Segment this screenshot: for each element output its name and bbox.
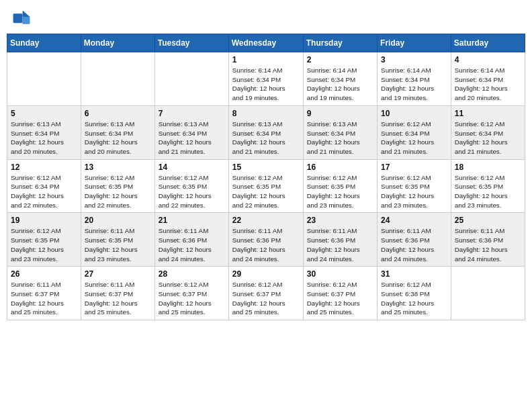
- calendar-cell: [451, 267, 525, 320]
- day-info: Sunrise: 6:12 AMSunset: 6:37 PMDaylight:…: [232, 280, 300, 317]
- day-info: Sunrise: 6:11 AMSunset: 6:37 PMDaylight:…: [85, 280, 151, 317]
- day-header-wednesday: Wednesday: [228, 34, 303, 52]
- calendar-cell: [7, 52, 81, 106]
- day-info: Sunrise: 6:12 AMSunset: 6:35 PMDaylight:…: [455, 173, 521, 210]
- calendar-cell: 16Sunrise: 6:12 AMSunset: 6:35 PMDayligh…: [303, 159, 377, 213]
- calendar-cell: 22Sunrise: 6:11 AMSunset: 6:36 PMDayligh…: [228, 213, 303, 267]
- day-number: 14: [159, 163, 225, 172]
- calendar-cell: 25Sunrise: 6:11 AMSunset: 6:36 PMDayligh…: [451, 213, 525, 267]
- calendar-week-2: 5Sunrise: 6:13 AMSunset: 6:34 PMDaylight…: [7, 105, 525, 159]
- header-row: SundayMondayTuesdayWednesdayThursdayFrid…: [7, 34, 525, 52]
- day-header-thursday: Thursday: [303, 34, 377, 52]
- day-number: 3: [381, 55, 447, 64]
- day-info: Sunrise: 6:12 AMSunset: 6:35 PMDaylight:…: [85, 173, 151, 210]
- day-info: Sunrise: 6:11 AMSunset: 6:36 PMDaylight:…: [159, 226, 225, 263]
- day-info: Sunrise: 6:14 AMSunset: 6:34 PMDaylight:…: [232, 66, 300, 103]
- svg-rect-1: [13, 13, 23, 23]
- day-number: 5: [11, 109, 77, 118]
- day-number: 19: [11, 216, 77, 225]
- svg-marker-2: [23, 11, 30, 17]
- day-number: 10: [381, 109, 447, 118]
- calendar-body: 1Sunrise: 6:14 AMSunset: 6:34 PMDaylight…: [7, 52, 525, 320]
- calendar-cell: 5Sunrise: 6:13 AMSunset: 6:34 PMDaylight…: [7, 105, 81, 159]
- calendar-cell: 2Sunrise: 6:14 AMSunset: 6:34 PMDaylight…: [303, 52, 377, 106]
- calendar-cell: [81, 52, 154, 106]
- calendar-cell: 31Sunrise: 6:12 AMSunset: 6:38 PMDayligh…: [378, 267, 451, 320]
- calendar-cell: 7Sunrise: 6:13 AMSunset: 6:34 PMDaylight…: [154, 105, 228, 159]
- calendar-week-5: 26Sunrise: 6:11 AMSunset: 6:37 PMDayligh…: [7, 267, 525, 320]
- calendar-cell: 3Sunrise: 6:14 AMSunset: 6:34 PMDaylight…: [378, 52, 451, 106]
- day-header-monday: Monday: [81, 34, 154, 52]
- calendar-week-4: 19Sunrise: 6:12 AMSunset: 6:35 PMDayligh…: [7, 213, 525, 267]
- calendar-cell: 6Sunrise: 6:13 AMSunset: 6:34 PMDaylight…: [81, 105, 154, 159]
- calendar-week-3: 12Sunrise: 6:12 AMSunset: 6:34 PMDayligh…: [7, 159, 525, 213]
- calendar-cell: 18Sunrise: 6:12 AMSunset: 6:35 PMDayligh…: [451, 159, 525, 213]
- day-number: 11: [455, 109, 521, 118]
- day-info: Sunrise: 6:11 AMSunset: 6:35 PMDaylight:…: [85, 226, 151, 263]
- logo-icon: [12, 9, 31, 28]
- calendar-cell: 30Sunrise: 6:12 AMSunset: 6:37 PMDayligh…: [303, 267, 377, 320]
- day-header-tuesday: Tuesday: [154, 34, 228, 52]
- day-header-friday: Friday: [378, 34, 451, 52]
- calendar-cell: 12Sunrise: 6:12 AMSunset: 6:34 PMDayligh…: [7, 159, 81, 213]
- day-info: Sunrise: 6:12 AMSunset: 6:35 PMDaylight:…: [381, 173, 447, 210]
- day-number: 20: [85, 216, 151, 225]
- day-number: 1: [232, 55, 300, 64]
- calendar-cell: 4Sunrise: 6:14 AMSunset: 6:34 PMDaylight…: [451, 52, 525, 106]
- calendar-cell: 17Sunrise: 6:12 AMSunset: 6:35 PMDayligh…: [378, 159, 451, 213]
- calendar-week-1: 1Sunrise: 6:14 AMSunset: 6:34 PMDaylight…: [7, 52, 525, 106]
- day-info: Sunrise: 6:12 AMSunset: 6:34 PMDaylight:…: [381, 120, 447, 156]
- day-number: 18: [455, 163, 521, 172]
- calendar-cell: 27Sunrise: 6:11 AMSunset: 6:37 PMDayligh…: [81, 267, 154, 320]
- calendar-cell: [154, 52, 228, 106]
- calendar-cell: 8Sunrise: 6:13 AMSunset: 6:34 PMDaylight…: [228, 105, 303, 159]
- day-info: Sunrise: 6:13 AMSunset: 6:34 PMDaylight:…: [232, 120, 300, 156]
- day-header-saturday: Saturday: [451, 34, 525, 52]
- day-info: Sunrise: 6:11 AMSunset: 6:37 PMDaylight:…: [11, 280, 77, 317]
- calendar-cell: 9Sunrise: 6:13 AMSunset: 6:34 PMDaylight…: [303, 105, 377, 159]
- page: SundayMondayTuesdayWednesdayThursdayFrid…: [0, 0, 532, 411]
- day-info: Sunrise: 6:13 AMSunset: 6:34 PMDaylight:…: [159, 120, 225, 156]
- calendar-cell: 24Sunrise: 6:11 AMSunset: 6:36 PMDayligh…: [378, 213, 451, 267]
- calendar-cell: 20Sunrise: 6:11 AMSunset: 6:35 PMDayligh…: [81, 213, 154, 267]
- day-info: Sunrise: 6:12 AMSunset: 6:35 PMDaylight:…: [159, 173, 225, 210]
- calendar-cell: 29Sunrise: 6:12 AMSunset: 6:37 PMDayligh…: [228, 267, 303, 320]
- day-info: Sunrise: 6:13 AMSunset: 6:34 PMDaylight:…: [307, 120, 373, 156]
- day-number: 26: [11, 269, 77, 279]
- day-info: Sunrise: 6:12 AMSunset: 6:34 PMDaylight:…: [455, 120, 521, 156]
- day-number: 4: [455, 55, 521, 64]
- day-info: Sunrise: 6:12 AMSunset: 6:35 PMDaylight:…: [307, 173, 373, 210]
- day-number: 29: [232, 269, 300, 279]
- day-number: 25: [455, 216, 521, 225]
- day-number: 15: [232, 163, 300, 172]
- day-number: 9: [307, 109, 373, 118]
- day-info: Sunrise: 6:12 AMSunset: 6:35 PMDaylight:…: [232, 173, 300, 210]
- day-info: Sunrise: 6:12 AMSunset: 6:37 PMDaylight:…: [159, 280, 225, 317]
- day-info: Sunrise: 6:12 AMSunset: 6:34 PMDaylight:…: [11, 173, 77, 210]
- day-info: Sunrise: 6:13 AMSunset: 6:34 PMDaylight:…: [11, 120, 77, 156]
- day-number: 17: [381, 163, 447, 172]
- calendar-cell: 19Sunrise: 6:12 AMSunset: 6:35 PMDayligh…: [7, 213, 81, 267]
- logo: [12, 9, 34, 28]
- day-number: 31: [381, 269, 447, 279]
- day-number: 6: [85, 109, 151, 118]
- calendar-cell: 10Sunrise: 6:12 AMSunset: 6:34 PMDayligh…: [378, 105, 451, 159]
- day-info: Sunrise: 6:14 AMSunset: 6:34 PMDaylight:…: [381, 66, 447, 103]
- day-info: Sunrise: 6:14 AMSunset: 6:34 PMDaylight:…: [307, 66, 373, 103]
- calendar-cell: 11Sunrise: 6:12 AMSunset: 6:34 PMDayligh…: [451, 105, 525, 159]
- day-info: Sunrise: 6:11 AMSunset: 6:36 PMDaylight:…: [232, 226, 300, 263]
- day-info: Sunrise: 6:14 AMSunset: 6:34 PMDaylight:…: [455, 66, 521, 103]
- day-number: 13: [85, 163, 151, 172]
- day-number: 12: [11, 163, 77, 172]
- day-info: Sunrise: 6:11 AMSunset: 6:36 PMDaylight:…: [381, 226, 447, 263]
- day-info: Sunrise: 6:12 AMSunset: 6:38 PMDaylight:…: [381, 280, 447, 317]
- day-number: 28: [159, 269, 225, 279]
- header: [0, 0, 532, 34]
- calendar-cell: 21Sunrise: 6:11 AMSunset: 6:36 PMDayligh…: [154, 213, 228, 267]
- day-header-sunday: Sunday: [7, 34, 81, 52]
- day-info: Sunrise: 6:13 AMSunset: 6:34 PMDaylight:…: [85, 120, 151, 156]
- day-number: 21: [159, 216, 225, 225]
- day-number: 30: [307, 269, 373, 279]
- day-number: 7: [159, 109, 225, 118]
- calendar-cell: 28Sunrise: 6:12 AMSunset: 6:37 PMDayligh…: [154, 267, 228, 320]
